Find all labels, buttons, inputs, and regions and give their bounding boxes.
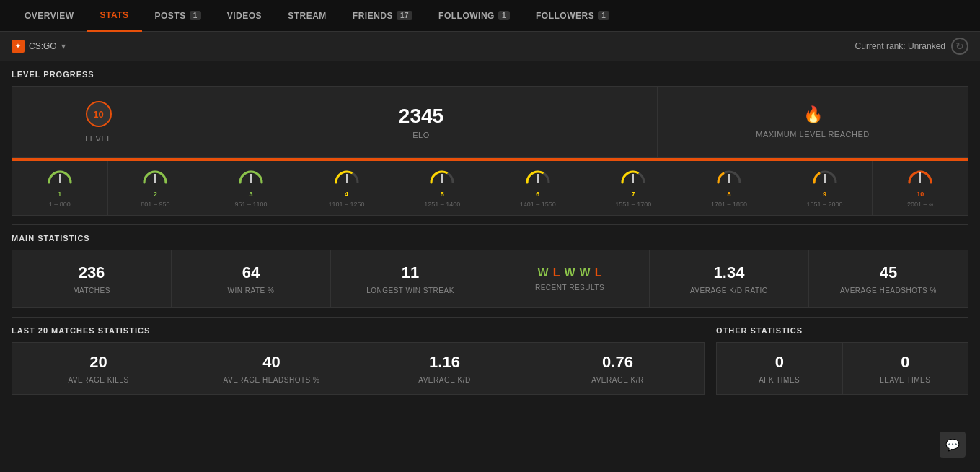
rank-tier-10: 10 2001 – ∞ — [873, 161, 968, 215]
nav-item-stats[interactable]: STATS — [87, 0, 141, 32]
rank-tier-6: 6 1401 – 1550 — [490, 161, 586, 215]
nav-item-following[interactable]: FOLLOWING 1 — [425, 0, 523, 32]
other-stat-0: 0 AFK TIMES — [717, 343, 843, 394]
nav-item-videos[interactable]: VIDEOS — [214, 0, 275, 32]
game-selector[interactable]: ✦ CS:GO ▾ — [12, 40, 66, 53]
nav-item-posts[interactable]: POSTS 1 — [142, 0, 214, 32]
rank-tier-3: 3 951 – 1100 — [203, 161, 299, 215]
followers-badge: 1 — [598, 11, 609, 20]
rank-tier-9: 9 1851 – 2000 — [777, 161, 873, 215]
main-stat-4: 1.34 AVERAGE K/D RATIO — [650, 250, 809, 307]
level-progress-section: LEVEL PROGRESS 10 LEVEL 2345 ELO 🔥 MAXIM… — [0, 61, 980, 224]
main-stat-3: WLWWL RECENT RESULTS — [490, 250, 650, 307]
navigation: OVERVIEW STATS POSTS 1 VIDEOS STREAM FRI… — [0, 0, 980, 32]
rank-tiers: 1 1 – 800 2 801 – 950 3 951 – 1100 4 110… — [12, 161, 968, 216]
following-badge: 1 — [498, 11, 510, 20]
main-stats-title: MAIN STATISTICS — [12, 234, 968, 242]
rank-icon: ↻ — [951, 38, 968, 55]
rank-tier-4: 4 1101 – 1250 — [299, 161, 395, 215]
main-stat-0: 236 MATCHES — [12, 250, 172, 307]
last20-section: LAST 20 MATCHES STATISTICS 20 AVERAGE KI… — [12, 326, 705, 395]
fire-icon: 🔥 — [803, 105, 823, 124]
bottom-section: LAST 20 MATCHES STATISTICS 20 AVERAGE KI… — [0, 318, 980, 403]
posts-badge: 1 — [190, 11, 201, 20]
last20-stat-3: 0.76 AVERAGE K/R — [531, 343, 704, 394]
level-cards: 10 LEVEL 2345 ELO 🔥 MAXIMUM LEVEL REACHE… — [12, 86, 968, 158]
main-stats-grid: 236 MATCHES 64 WIN RATE % 11 LONGEST WIN… — [12, 250, 968, 308]
rank-tier-7: 7 1551 – 1700 — [586, 161, 682, 215]
last20-stat-1: 40 AVERAGE HEADSHOTS % — [185, 343, 358, 394]
max-level-card: 🔥 MAXIMUM LEVEL REACHED — [658, 87, 968, 157]
main-stat-2: 11 LONGEST WIN STREAK — [331, 250, 490, 307]
nav-item-stream[interactable]: STREAM — [275, 0, 340, 32]
game-bar: ✦ CS:GO ▾ Current rank: Unranked ↻ — [0, 32, 980, 61]
other-stats-grid: 0 AFK TIMES 0 LEAVE TIMES — [716, 342, 968, 395]
rank-tier-1: 1 1 – 800 — [12, 161, 108, 215]
level-card: 10 LEVEL — [12, 87, 185, 157]
last20-stats-grid: 20 AVERAGE KILLS 40 AVERAGE HEADSHOTS % … — [12, 342, 705, 395]
nav-item-followers[interactable]: FOLLOWERS 1 — [523, 0, 622, 32]
game-icon: ✦ — [12, 40, 25, 53]
rank-tier-2: 2 801 – 950 — [108, 161, 204, 215]
other-stats-section: OTHER STATISTICS 0 AFK TIMES 0 LEAVE TIM… — [716, 326, 968, 395]
other-stat-1: 0 LEAVE TIMES — [843, 343, 968, 394]
rank-info: Current rank: Unranked ↻ — [855, 38, 968, 55]
friends-badge: 17 — [397, 11, 412, 20]
main-statistics-section: MAIN STATISTICS 236 MATCHES 64 WIN RATE … — [0, 225, 980, 317]
nav-item-friends[interactable]: FRIENDS 17 — [340, 0, 425, 32]
last20-stat-0: 20 AVERAGE KILLS — [12, 343, 185, 394]
rank-tier-8: 8 1701 – 1850 — [681, 161, 777, 215]
elo-card: 2345 ELO — [185, 87, 658, 157]
rank-tier-5: 5 1251 – 1400 — [394, 161, 490, 215]
level-badge: 10 — [86, 101, 112, 127]
chevron-down-icon: ▾ — [61, 41, 66, 51]
nav-item-overview[interactable]: OVERVIEW — [12, 0, 87, 32]
level-progress-title: LEVEL PROGRESS — [12, 70, 968, 79]
recent-results: WLWWL — [538, 266, 602, 279]
last20-stat-2: 1.16 AVERAGE K/D — [358, 343, 531, 394]
main-stat-5: 45 AVERAGE HEADSHOTS % — [809, 250, 968, 307]
main-stat-1: 64 WIN RATE % — [172, 250, 331, 307]
